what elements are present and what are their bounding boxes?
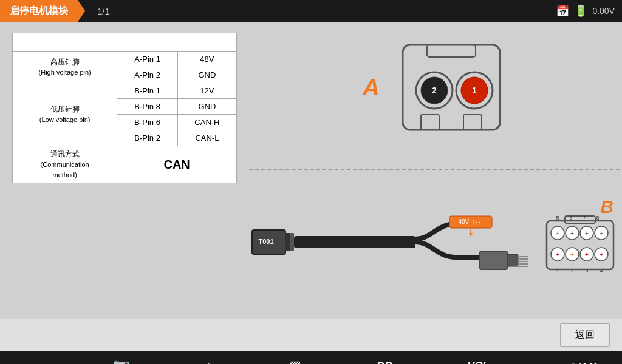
connector-a-svg: 2 1 bbox=[391, 33, 512, 142]
svg-text:+: + bbox=[600, 251, 603, 258]
connector-a-area: A 2 1 bbox=[363, 33, 511, 142]
voltage-display: 0.00V bbox=[592, 6, 615, 16]
svg-text:4: 4 bbox=[600, 268, 603, 274]
table-row: 低压针脚(Low voltage pin) B-Pin 1 12V bbox=[13, 83, 237, 99]
connector-b-area: B 5 6 7 8 + + + bbox=[541, 203, 622, 281]
dp-label[interactable]: DP bbox=[377, 360, 392, 365]
pin-b8: B-Pin 8 bbox=[117, 99, 178, 115]
diagram-section: A 2 1 bbox=[249, 33, 622, 308]
window-icon[interactable]: ▩ bbox=[289, 358, 301, 364]
svg-text:T001: T001 bbox=[258, 238, 273, 245]
time-display: 16:32 bbox=[578, 362, 598, 365]
table-row: 高压针脚(High voltage pin) A-Pin 1 48V bbox=[13, 52, 237, 67]
svg-text:48V（-）: 48V（-） bbox=[458, 218, 483, 225]
label-a: A bbox=[363, 75, 379, 101]
svg-text:+: + bbox=[556, 229, 559, 237]
table-section: 测试参数/Test parameter 高压针脚(High voltage pi… bbox=[12, 33, 237, 308]
return-button[interactable]: 返回 bbox=[560, 323, 610, 347]
svg-rect-1 bbox=[427, 45, 476, 57]
category-high-voltage: 高压针脚(High voltage pin) bbox=[13, 52, 117, 83]
svg-text:1: 1 bbox=[472, 86, 477, 95]
page-indicator: 1/1 bbox=[97, 6, 110, 16]
val-b8: GND bbox=[177, 99, 236, 115]
svg-text:7: 7 bbox=[583, 215, 586, 221]
svg-rect-12 bbox=[290, 233, 294, 251]
top-bar: 启停电机模块 1/1 📅 🔋 0.00V bbox=[0, 0, 622, 22]
svg-text:+: + bbox=[556, 251, 559, 258]
status-icons: ▼ ▮ 16:32 bbox=[561, 362, 598, 365]
main-content: 测试参数/Test parameter 高压针脚(High voltage pi… bbox=[0, 22, 622, 319]
pin-a1: A-Pin 1 bbox=[117, 52, 178, 67]
svg-text:6: 6 bbox=[569, 215, 572, 221]
camera-icon[interactable]: 📷 bbox=[113, 358, 129, 364]
battery-icon: 🔋 bbox=[574, 4, 587, 18]
table-header: 测试参数/Test parameter bbox=[13, 33, 237, 52]
category-comm: 通讯方式(Communicationmethod) bbox=[13, 146, 117, 183]
val-b1: 12V bbox=[177, 83, 236, 99]
connector-a-diagram: A 2 1 bbox=[249, 33, 622, 166]
svg-rect-2 bbox=[421, 115, 439, 130]
svg-text:+: + bbox=[570, 229, 574, 237]
val-b6: CAN-H bbox=[177, 115, 236, 130]
svg-rect-11 bbox=[285, 233, 290, 251]
vci-label[interactable]: VCI bbox=[467, 360, 485, 365]
svg-text:+: + bbox=[600, 229, 603, 237]
label-b: B bbox=[600, 197, 613, 217]
svg-text:1: 1 bbox=[556, 268, 559, 274]
cable-assembly-svg: T001 48V（-） bbox=[249, 203, 541, 281]
param-table: 测试参数/Test parameter 高压针脚(High voltage pi… bbox=[12, 33, 237, 183]
svg-text:+: + bbox=[585, 251, 589, 258]
svg-rect-3 bbox=[463, 115, 482, 130]
battery-status: ▮ bbox=[571, 362, 575, 365]
top-bar-left: 启停电机模块 1/1 bbox=[0, 0, 110, 22]
table-row: 通讯方式(Communicationmethod) CAN bbox=[13, 146, 237, 183]
calendar-icon: 📅 bbox=[556, 4, 569, 18]
pin-a2: A-Pin 2 bbox=[117, 67, 178, 83]
svg-rect-19 bbox=[480, 251, 507, 269]
svg-text:2: 2 bbox=[432, 86, 437, 95]
svg-marker-18 bbox=[469, 233, 473, 237]
svg-text:+: + bbox=[570, 251, 574, 258]
pin-b2: B-Pin 2 bbox=[117, 130, 178, 146]
back-icon[interactable]: ← bbox=[24, 358, 38, 364]
svg-rect-20 bbox=[507, 254, 518, 266]
svg-text:+: + bbox=[585, 229, 589, 237]
bottom-nav: ← 📷 ⌂ ▩ DP VCI ▼ ▮ 16:32 bbox=[0, 351, 622, 364]
comm-value: CAN bbox=[117, 146, 237, 183]
module-title: 启停电机模块 bbox=[0, 0, 85, 22]
val-a1: 48V bbox=[177, 52, 236, 67]
val-b2: CAN-L bbox=[177, 130, 236, 146]
return-area: 返回 bbox=[0, 319, 622, 351]
pin-b6: B-Pin 6 bbox=[117, 115, 178, 130]
divider bbox=[249, 169, 622, 170]
pin-b1: B-Pin 1 bbox=[117, 83, 178, 99]
top-bar-right: 📅 🔋 0.00V bbox=[556, 4, 622, 18]
svg-text:5: 5 bbox=[556, 215, 559, 221]
wifi-icon: ▼ bbox=[561, 362, 569, 365]
svg-rect-13 bbox=[294, 236, 415, 248]
svg-text:2: 2 bbox=[570, 268, 573, 274]
svg-text:3: 3 bbox=[585, 268, 588, 274]
home-icon[interactable]: ⌂ bbox=[205, 358, 213, 364]
diagram-bottom: T001 48V（-） bbox=[249, 172, 622, 308]
connector-b-svg: 5 6 7 8 + + + + + bbox=[541, 215, 620, 288]
category-low-voltage: 低压针脚(Low voltage pin) bbox=[13, 83, 117, 146]
val-a2: GND bbox=[177, 67, 236, 83]
svg-text:8: 8 bbox=[596, 215, 599, 221]
